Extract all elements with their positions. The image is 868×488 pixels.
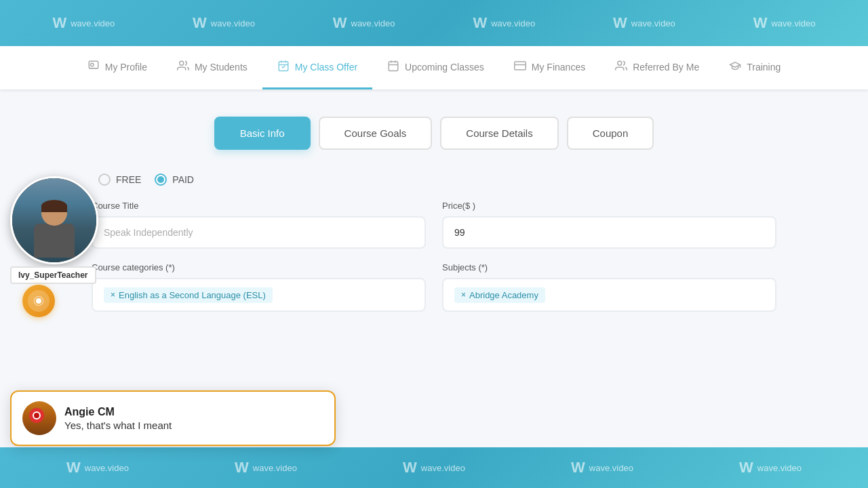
person-head (41, 200, 67, 226)
nav-label-upcoming-classes: Upcoming Classes (405, 62, 484, 73)
radio-circle-free (98, 174, 111, 186)
nav-item-my-class-offer[interactable]: My Class Offer (262, 46, 372, 89)
person-hair (41, 200, 67, 212)
tabs-row: Basic Info Course Goals Course Details C… (27, 117, 841, 150)
watermark-text: wave.video (771, 18, 815, 28)
referred-icon (615, 60, 627, 75)
form-group-subjects: Subjects (*) × Abridge Academy (442, 262, 776, 312)
form-row-title-price: Course Title Price($ ) (92, 201, 776, 249)
subject-tag: × Abridge Academy (454, 287, 545, 303)
pricing-radio-row: FREE PAID (92, 174, 776, 186)
watermark-logo: W (52, 14, 66, 32)
nav-label-my-class-offer: My Class Offer (295, 62, 357, 73)
watermark-logo: W (753, 14, 768, 32)
subjects-label: Subjects (*) (442, 262, 776, 272)
watermark-text: wave.video (85, 463, 129, 473)
webcam-overlay (10, 176, 98, 264)
bottom-watermark-bar: W wave.video W wave.video W wave.video W… (0, 447, 868, 488)
radio-free-label: FREE (116, 174, 141, 185)
nav-item-training[interactable]: Training (714, 46, 795, 89)
tab-basic-info[interactable]: Basic Info (214, 117, 311, 150)
category-tag: × English as a Second Language (ESL) (104, 287, 273, 303)
radio-free[interactable]: FREE (98, 174, 141, 186)
chat-recording (29, 408, 44, 423)
nav-item-referred-by-me[interactable]: Referred By Me (600, 46, 714, 89)
watermark-text: wave.video (589, 463, 633, 473)
svg-rect-3 (279, 62, 288, 71)
categories-label: Course categories (*) (92, 262, 426, 272)
webcam-face (12, 178, 96, 262)
watermark-text: wave.video (421, 463, 465, 473)
chat-message: Yes, that's what I meant (64, 420, 172, 431)
subject-tag-close[interactable]: × (461, 291, 466, 299)
bottom-watermark-item: W wave.video (403, 459, 465, 476)
watermark-item: W wave.video (753, 14, 816, 32)
subject-tag-text: Abridge Academy (469, 290, 538, 300)
course-title-input[interactable] (92, 216, 426, 249)
chat-bubble: Angie CM Yes, that's what I meant (10, 390, 336, 446)
class-offer-icon (277, 60, 290, 75)
bottom-watermark-item: W wave.video (66, 459, 129, 476)
categories-tag-input[interactable]: × English as a Second Language (ESL) (92, 278, 426, 312)
nav-item-my-students[interactable]: My Students (162, 46, 262, 89)
category-tag-close[interactable]: × (111, 291, 115, 299)
watermark-logo: W (333, 14, 347, 32)
watermark-logo: W (571, 459, 585, 476)
watermark-text: wave.video (71, 18, 115, 28)
svg-point-14 (36, 298, 41, 304)
svg-rect-11 (515, 62, 526, 70)
nav-item-upcoming-classes[interactable]: Upcoming Classes (372, 46, 499, 89)
nav-label-my-students: My Students (195, 62, 248, 73)
price-label: Price($ ) (442, 201, 776, 211)
watermark-text: wave.video (757, 463, 802, 473)
form-group-categories: Course categories (*) × English as a Sec… (92, 262, 426, 312)
watermark-item: W wave.video (613, 14, 675, 32)
watermark-logo: W (739, 459, 753, 476)
person-body (34, 224, 75, 258)
nav-bar: My Profile My Students My Class Offer (0, 46, 868, 89)
finances-icon (514, 60, 526, 75)
watermark-logo: W (613, 14, 627, 32)
username-badge: Ivy_SuperTeacher (10, 266, 96, 284)
form-group-course-title: Course Title (92, 201, 426, 249)
watermark-logo: W (473, 14, 487, 32)
watermark-item: W wave.video (193, 14, 255, 32)
live-inner (28, 290, 50, 312)
live-indicator (22, 285, 55, 317)
watermark-logo: W (235, 459, 249, 476)
chat-header: Angie CM Yes, that's what I meant (12, 392, 334, 445)
tab-course-goals[interactable]: Course Goals (319, 117, 433, 150)
nav-item-my-profile[interactable]: My Profile (73, 46, 162, 89)
watermark-logo: W (193, 14, 207, 32)
watermark-text: wave.video (351, 18, 395, 28)
price-input[interactable] (442, 216, 776, 249)
tab-course-details[interactable]: Course Details (440, 117, 558, 150)
training-icon (729, 60, 741, 75)
bottom-watermark-item: W wave.video (235, 459, 297, 476)
tab-coupon[interactable]: Coupon (567, 117, 654, 150)
bottom-watermark-item: W wave.video (571, 459, 633, 476)
nav-item-my-finances[interactable]: My Finances (499, 46, 600, 89)
watermark-text: wave.video (253, 463, 297, 473)
watermark-item: W wave.video (473, 14, 535, 32)
radio-paid-label: PAID (172, 174, 194, 185)
svg-point-2 (180, 61, 184, 65)
watermark-item: W wave.video (333, 14, 395, 32)
watermark-text: wave.video (491, 18, 535, 28)
form-area: FREE PAID Course Title Price($ ) Course … (78, 174, 790, 312)
nav-label-referred-by-me: Referred By Me (633, 62, 699, 73)
upcoming-classes-icon (387, 60, 399, 75)
course-title-label: Course Title (92, 201, 426, 211)
radio-circle-paid (155, 174, 167, 186)
profile-icon (87, 60, 100, 75)
watermark-text: wave.video (211, 18, 255, 28)
webcam-person (31, 195, 78, 262)
watermark-top-bar: W wave.video W wave.video W wave.video W… (0, 0, 868, 46)
svg-rect-7 (389, 62, 398, 71)
watermark-logo: W (403, 459, 417, 476)
nav-label-training: Training (747, 62, 781, 73)
radio-paid[interactable]: PAID (155, 174, 194, 186)
subjects-tag-input[interactable]: × Abridge Academy (442, 278, 776, 312)
chat-rec-inner (33, 411, 41, 420)
bottom-watermark-item: W wave.video (739, 459, 802, 476)
